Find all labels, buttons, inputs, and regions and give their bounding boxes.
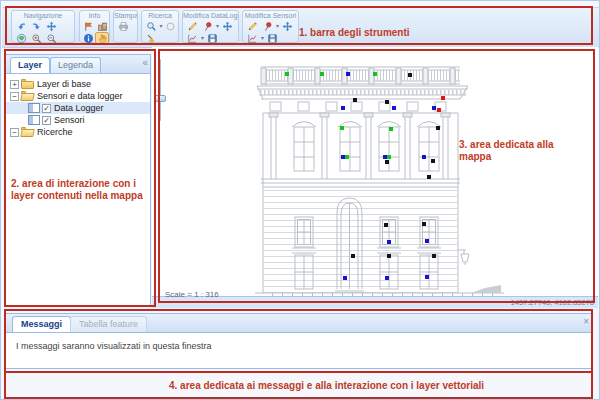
sensor-chart-button[interactable] xyxy=(245,32,260,44)
map-coordinates: 1457.27748, 4102.85278 xyxy=(511,297,594,308)
sensor-marker-black[interactable] xyxy=(385,160,389,164)
sensor-marker-blue[interactable] xyxy=(341,106,345,110)
sensor-marker-black[interactable] xyxy=(387,254,391,258)
layers-panel: Layer Legenda « Layer di base Sensori e … xyxy=(5,54,151,307)
add-datalogger-pin-button[interactable] xyxy=(200,20,215,32)
sensor-marker-blue[interactable] xyxy=(425,239,429,243)
tree-node-ricerche[interactable]: Ricerche xyxy=(6,126,150,138)
tree-node-label: Sensori e data logger xyxy=(37,91,123,101)
sensor-marker-black[interactable] xyxy=(431,159,435,163)
toolbar-group-label: Navigazione xyxy=(12,12,74,20)
sensor-marker-black[interactable] xyxy=(351,254,355,258)
sensor-marker-black[interactable] xyxy=(384,223,388,227)
next-extent-icon xyxy=(31,21,42,32)
datalogger-chart-button[interactable] xyxy=(185,32,200,44)
edit-sensor-button[interactable] xyxy=(245,20,260,32)
add-sensor-pin-button[interactable] xyxy=(260,20,275,32)
pin-dropdown-icon[interactable]: ▾ xyxy=(216,23,219,29)
full-extent-button[interactable] xyxy=(14,32,29,44)
close-icon[interactable]: × xyxy=(583,316,589,328)
sensor-marker-green[interactable] xyxy=(345,155,349,159)
sensor-marker-blue[interactable] xyxy=(346,72,350,76)
sensor-marker-green[interactable] xyxy=(340,126,344,130)
layer-checkbox[interactable] xyxy=(42,104,51,113)
chart-dropdown-icon[interactable]: ▾ xyxy=(261,35,264,41)
save-sensor-button[interactable] xyxy=(265,32,280,44)
sensor-marker-green[interactable] xyxy=(320,72,324,76)
toolbar-group-ricerca: Ricerca ▾ xyxy=(141,10,179,43)
chart-icon xyxy=(247,33,258,44)
tab-layer[interactable]: Layer xyxy=(10,57,50,73)
map-zoom-slider[interactable] xyxy=(154,59,166,121)
identify-hand-button[interactable] xyxy=(95,32,109,44)
application-window: Navigazione Info Sta xyxy=(0,0,600,400)
sensor-marker-green[interactable] xyxy=(387,155,391,159)
tree-node-label: Sensori xyxy=(54,115,85,125)
messages-panel: Messaggi Tabella feature × I messaggi sa… xyxy=(5,313,593,369)
sensor-marker-black[interactable] xyxy=(353,98,357,102)
layer-checkbox[interactable] xyxy=(42,116,51,125)
move-datalogger-button[interactable] xyxy=(220,20,235,32)
zoom-out-icon xyxy=(46,33,57,44)
sensor-marker-green[interactable] xyxy=(389,127,393,131)
tree-node-data-logger[interactable]: Data Logger xyxy=(6,102,150,114)
sensor-marker-blue[interactable] xyxy=(343,276,347,280)
search-button[interactable] xyxy=(144,20,158,32)
zoom-out-button[interactable] xyxy=(44,32,59,44)
move-sensor-button[interactable] xyxy=(280,20,295,32)
expand-plus-icon[interactable] xyxy=(10,80,19,89)
move-icon xyxy=(222,21,233,32)
tab-tabella-feature[interactable]: Tabella feature xyxy=(70,316,147,332)
tab-messaggi[interactable]: Messaggi xyxy=(12,316,71,332)
sensor-marker-blue[interactable] xyxy=(432,106,436,110)
map-area[interactable]: Scale = 1 : 316 1457.27748, 4102.85278 xyxy=(152,47,598,308)
sensor-marker-black[interactable] xyxy=(436,126,440,130)
tree-node-sensori-e-datalogger[interactable]: Sensori e data logger xyxy=(6,90,150,102)
save-datalogger-button[interactable] xyxy=(205,32,220,44)
info-icon xyxy=(83,33,94,44)
zoom-in-button[interactable] xyxy=(29,32,44,44)
sensor-marker-blue[interactable] xyxy=(385,276,389,280)
tab-legenda[interactable]: Legenda xyxy=(50,57,101,73)
messages-placeholder-text: I messaggi saranno visualizzati in quest… xyxy=(6,333,592,351)
sensor-marker-green[interactable] xyxy=(373,72,377,76)
print-icon xyxy=(118,21,129,32)
collapse-minus-icon[interactable] xyxy=(10,128,19,137)
circle-select-button[interactable] xyxy=(164,20,178,32)
sensor-marker-black[interactable] xyxy=(432,254,436,258)
previous-extent-button[interactable] xyxy=(14,20,29,32)
map-scale-text: Scale = 1 : 316 xyxy=(165,289,219,300)
sensor-marker-blue[interactable] xyxy=(392,106,396,110)
collapse-minus-icon[interactable] xyxy=(10,92,19,101)
pan-button[interactable] xyxy=(44,20,59,32)
broom-icon xyxy=(146,33,157,44)
next-extent-button[interactable] xyxy=(29,20,44,32)
chart-dropdown-icon[interactable]: ▾ xyxy=(201,35,204,41)
print-button[interactable] xyxy=(116,20,131,32)
chart-icon xyxy=(187,33,198,44)
tree-node-sensori[interactable]: Sensori xyxy=(6,114,150,126)
sensor-marker-green[interactable] xyxy=(285,72,289,76)
sensor-marker-red[interactable] xyxy=(441,96,445,100)
buildings-tool-button[interactable] xyxy=(96,20,110,32)
toolbar-group-label: Ricerca xyxy=(142,12,178,20)
collapse-panel-icon[interactable]: « xyxy=(142,57,148,69)
sensor-marker-red[interactable] xyxy=(437,108,441,112)
clear-selection-button[interactable] xyxy=(144,32,159,44)
sensor-marker-black[interactable] xyxy=(408,73,412,77)
flag-tool-button[interactable] xyxy=(82,20,96,32)
sensor-marker-blue[interactable] xyxy=(422,155,426,159)
circle-icon xyxy=(165,21,176,32)
edit-datalogger-button[interactable] xyxy=(185,20,200,32)
sensor-marker-black[interactable] xyxy=(422,222,426,226)
sensor-marker-black[interactable] xyxy=(385,100,389,104)
tree-node-layer-di-base[interactable]: Layer di base xyxy=(6,78,150,90)
pushpin-icon xyxy=(262,21,273,32)
slider-handle[interactable] xyxy=(154,95,166,102)
pin-dropdown-icon[interactable]: ▾ xyxy=(276,23,279,29)
sensor-marker-blue[interactable] xyxy=(387,240,391,244)
sensor-marker-black[interactable] xyxy=(427,175,431,179)
sensor-marker-blue[interactable] xyxy=(425,275,429,279)
search-dropdown-icon[interactable]: ▾ xyxy=(159,23,162,29)
info-button[interactable] xyxy=(82,32,95,44)
